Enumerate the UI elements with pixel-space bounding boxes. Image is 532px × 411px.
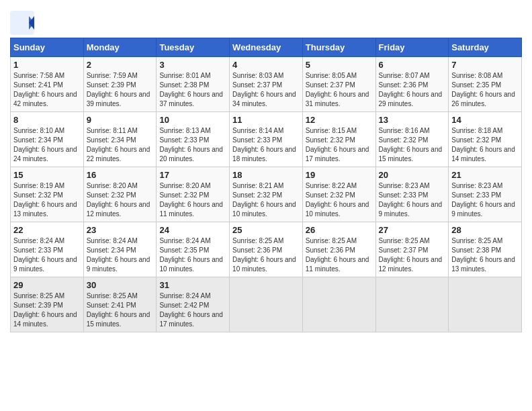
day-number: 21	[451, 170, 519, 180]
week-row-3: 15Sunrise: 8:19 AM Sunset: 2:32 PM Dayli…	[11, 167, 522, 222]
day-number: 23	[87, 225, 154, 235]
calendar-cell: 1Sunrise: 7:58 AM Sunset: 2:41 PM Daylig…	[11, 57, 84, 112]
calendar-cell: 12Sunrise: 8:15 AM Sunset: 2:32 PM Dayli…	[302, 112, 375, 167]
day-number: 29	[13, 280, 81, 290]
cell-info: Sunrise: 7:58 AM Sunset: 2:41 PM Dayligh…	[13, 71, 81, 109]
day-number: 6	[379, 60, 446, 70]
cell-info: Sunrise: 8:23 AM Sunset: 2:33 PM Dayligh…	[451, 181, 519, 219]
cell-info: Sunrise: 8:25 AM Sunset: 2:36 PM Dayligh…	[306, 236, 373, 274]
calendar-cell: 19Sunrise: 8:22 AM Sunset: 2:32 PM Dayli…	[302, 167, 375, 222]
day-number: 7	[451, 60, 519, 70]
col-header-sunday: Sunday	[11, 38, 84, 57]
week-row-2: 8Sunrise: 8:10 AM Sunset: 2:34 PM Daylig…	[11, 112, 522, 167]
calendar-cell	[375, 277, 449, 332]
calendar-cell: 21Sunrise: 8:23 AM Sunset: 2:33 PM Dayli…	[449, 167, 522, 222]
day-number: 13	[379, 115, 446, 125]
cell-info: Sunrise: 8:01 AM Sunset: 2:38 PM Dayligh…	[159, 71, 226, 109]
day-number: 24	[159, 225, 226, 235]
calendar-cell: 18Sunrise: 8:21 AM Sunset: 2:32 PM Dayli…	[230, 167, 303, 222]
logo	[10, 11, 34, 32]
page-header	[10, 7, 522, 32]
day-number: 25	[232, 225, 300, 235]
calendar-cell: 26Sunrise: 8:25 AM Sunset: 2:36 PM Dayli…	[302, 222, 375, 277]
day-number: 8	[13, 115, 81, 125]
col-header-wednesday: Wednesday	[230, 38, 303, 57]
cell-info: Sunrise: 8:24 AM Sunset: 2:35 PM Dayligh…	[159, 236, 226, 274]
cell-info: Sunrise: 8:21 AM Sunset: 2:32 PM Dayligh…	[232, 181, 300, 219]
calendar-cell: 24Sunrise: 8:24 AM Sunset: 2:35 PM Dayli…	[157, 222, 230, 277]
day-number: 11	[232, 115, 300, 125]
col-header-tuesday: Tuesday	[157, 38, 230, 57]
week-row-4: 22Sunrise: 8:24 AM Sunset: 2:33 PM Dayli…	[11, 222, 522, 277]
cell-info: Sunrise: 8:05 AM Sunset: 2:37 PM Dayligh…	[306, 71, 373, 109]
calendar-cell: 28Sunrise: 8:25 AM Sunset: 2:38 PM Dayli…	[449, 222, 522, 277]
cell-info: Sunrise: 8:13 AM Sunset: 2:33 PM Dayligh…	[159, 126, 226, 164]
cell-info: Sunrise: 8:11 AM Sunset: 2:34 PM Dayligh…	[87, 126, 154, 164]
day-number: 3	[159, 60, 226, 70]
col-header-friday: Friday	[375, 38, 449, 57]
calendar-cell: 25Sunrise: 8:25 AM Sunset: 2:36 PM Dayli…	[230, 222, 303, 277]
day-number: 9	[87, 115, 154, 125]
calendar-cell: 17Sunrise: 8:20 AM Sunset: 2:32 PM Dayli…	[157, 167, 230, 222]
calendar-cell: 30Sunrise: 8:25 AM Sunset: 2:41 PM Dayli…	[83, 277, 157, 332]
calendar-cell	[449, 277, 522, 332]
week-row-1: 1Sunrise: 7:58 AM Sunset: 2:41 PM Daylig…	[11, 57, 522, 112]
cell-info: Sunrise: 8:10 AM Sunset: 2:34 PM Dayligh…	[13, 126, 81, 164]
day-number: 22	[13, 225, 81, 235]
cell-info: Sunrise: 8:19 AM Sunset: 2:32 PM Dayligh…	[13, 181, 81, 219]
cell-info: Sunrise: 8:18 AM Sunset: 2:32 PM Dayligh…	[451, 126, 519, 164]
calendar-cell	[230, 277, 303, 332]
cell-info: Sunrise: 8:23 AM Sunset: 2:33 PM Dayligh…	[379, 181, 446, 219]
day-number: 10	[159, 115, 226, 125]
calendar-table: SundayMondayTuesdayWednesdayThursdayFrid…	[10, 38, 522, 332]
day-number: 12	[306, 115, 373, 125]
day-number: 17	[159, 170, 226, 180]
cell-info: Sunrise: 8:03 AM Sunset: 2:37 PM Dayligh…	[232, 71, 300, 109]
day-number: 27	[379, 225, 446, 235]
day-number: 30	[87, 280, 154, 290]
day-number: 15	[13, 170, 81, 180]
cell-info: Sunrise: 8:24 AM Sunset: 2:33 PM Dayligh…	[13, 236, 81, 274]
calendar-cell: 9Sunrise: 8:11 AM Sunset: 2:34 PM Daylig…	[83, 112, 157, 167]
calendar-cell: 10Sunrise: 8:13 AM Sunset: 2:33 PM Dayli…	[157, 112, 230, 167]
day-number: 18	[232, 170, 300, 180]
calendar-cell: 16Sunrise: 8:20 AM Sunset: 2:32 PM Dayli…	[83, 167, 157, 222]
cell-info: Sunrise: 8:25 AM Sunset: 2:39 PM Dayligh…	[13, 291, 81, 329]
day-number: 20	[379, 170, 446, 180]
col-header-thursday: Thursday	[302, 38, 375, 57]
cell-info: Sunrise: 8:24 AM Sunset: 2:34 PM Dayligh…	[87, 236, 154, 274]
cell-info: Sunrise: 8:22 AM Sunset: 2:32 PM Dayligh…	[306, 181, 373, 219]
cell-info: Sunrise: 8:14 AM Sunset: 2:33 PM Dayligh…	[232, 126, 300, 164]
calendar-cell: 6Sunrise: 8:07 AM Sunset: 2:36 PM Daylig…	[375, 57, 449, 112]
calendar-cell: 31Sunrise: 8:24 AM Sunset: 2:42 PM Dayli…	[157, 277, 230, 332]
cell-info: Sunrise: 8:16 AM Sunset: 2:32 PM Dayligh…	[379, 126, 446, 164]
cell-info: Sunrise: 8:07 AM Sunset: 2:36 PM Dayligh…	[379, 71, 446, 109]
cell-info: Sunrise: 8:25 AM Sunset: 2:41 PM Dayligh…	[87, 291, 154, 329]
cell-info: Sunrise: 8:25 AM Sunset: 2:36 PM Dayligh…	[232, 236, 300, 274]
cell-info: Sunrise: 8:15 AM Sunset: 2:32 PM Dayligh…	[306, 126, 373, 164]
logo-icon	[10, 11, 32, 32]
calendar-cell: 8Sunrise: 8:10 AM Sunset: 2:34 PM Daylig…	[11, 112, 84, 167]
calendar-cell: 14Sunrise: 8:18 AM Sunset: 2:32 PM Dayli…	[449, 112, 522, 167]
day-number: 16	[87, 170, 154, 180]
cell-info: Sunrise: 7:59 AM Sunset: 2:39 PM Dayligh…	[87, 71, 154, 109]
day-number: 2	[87, 60, 154, 70]
cell-info: Sunrise: 8:20 AM Sunset: 2:32 PM Dayligh…	[159, 181, 226, 219]
calendar-cell: 11Sunrise: 8:14 AM Sunset: 2:33 PM Dayli…	[230, 112, 303, 167]
cell-info: Sunrise: 8:08 AM Sunset: 2:35 PM Dayligh…	[451, 71, 519, 109]
day-number: 19	[306, 170, 373, 180]
calendar-cell: 29Sunrise: 8:25 AM Sunset: 2:39 PM Dayli…	[11, 277, 84, 332]
day-number: 1	[13, 60, 81, 70]
calendar-cell: 5Sunrise: 8:05 AM Sunset: 2:37 PM Daylig…	[302, 57, 375, 112]
cell-info: Sunrise: 8:24 AM Sunset: 2:42 PM Dayligh…	[159, 291, 226, 329]
calendar-cell: 23Sunrise: 8:24 AM Sunset: 2:34 PM Dayli…	[83, 222, 157, 277]
cell-info: Sunrise: 8:25 AM Sunset: 2:38 PM Dayligh…	[451, 236, 519, 274]
calendar-cell: 4Sunrise: 8:03 AM Sunset: 2:37 PM Daylig…	[230, 57, 303, 112]
calendar-cell: 20Sunrise: 8:23 AM Sunset: 2:33 PM Dayli…	[375, 167, 449, 222]
day-number: 28	[451, 225, 519, 235]
calendar-cell: 7Sunrise: 8:08 AM Sunset: 2:35 PM Daylig…	[449, 57, 522, 112]
calendar-cell: 2Sunrise: 7:59 AM Sunset: 2:39 PM Daylig…	[83, 57, 157, 112]
cell-info: Sunrise: 8:20 AM Sunset: 2:32 PM Dayligh…	[87, 181, 154, 219]
week-row-5: 29Sunrise: 8:25 AM Sunset: 2:39 PM Dayli…	[11, 277, 522, 332]
calendar-cell: 3Sunrise: 8:01 AM Sunset: 2:38 PM Daylig…	[157, 57, 230, 112]
